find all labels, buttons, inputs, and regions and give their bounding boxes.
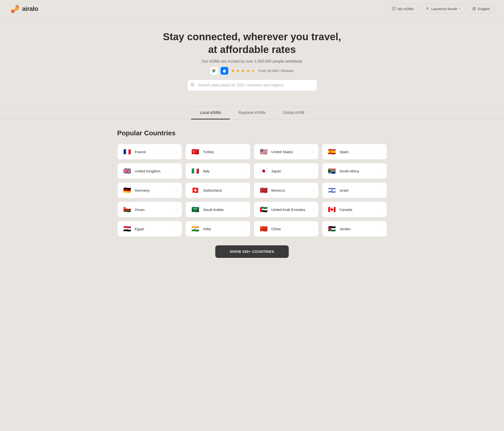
user-chevron-icon: ▾: [459, 7, 460, 10]
country-flag: 🇮🇱: [327, 187, 337, 194]
country-name: Spain: [340, 150, 349, 154]
hero-headline: Stay connected, wherever you travel, at …: [5, 31, 499, 56]
country-flag: 🇩🇪: [122, 187, 132, 194]
country-flag: 🇪🇸: [327, 148, 337, 155]
country-name: Japan: [271, 169, 281, 173]
hero-section: Stay connected, wherever you travel, at …: [0, 18, 504, 107]
country-card[interactable]: 🇺🇸 United States ›: [254, 144, 319, 160]
country-chevron-icon: ›: [176, 189, 177, 192]
country-card[interactable]: 🇮🇹 Italy ›: [185, 163, 251, 179]
country-left: 🇨🇦 Canada: [327, 206, 352, 213]
google-play-icon: [212, 68, 217, 73]
language-button[interactable]: English: [468, 4, 494, 13]
country-card[interactable]: 🇹🇷 Turkey ›: [185, 144, 251, 160]
country-chevron-icon: ›: [244, 208, 245, 211]
country-flag: 🇮🇹: [190, 168, 200, 174]
user-menu-button[interactable]: Laurence Norah ▾: [421, 4, 465, 13]
rating-stars: ★ ★ ★ ★ ★: [231, 68, 255, 74]
country-card[interactable]: 🇮🇳 India ›: [185, 221, 251, 237]
country-card[interactable]: 🇪🇬 Egypt ›: [117, 221, 182, 237]
country-name: Turkey: [203, 150, 214, 154]
country-left: 🇿🇦 South Africa: [327, 168, 359, 174]
country-left: 🇪🇸 Spain: [327, 148, 349, 155]
country-chevron-icon: ›: [381, 227, 382, 231]
country-left: 🇩🇪 Germany: [122, 187, 150, 194]
country-card[interactable]: 🇫🇷 France ›: [117, 144, 182, 160]
country-flag: 🇨🇦: [327, 206, 337, 213]
language-label: English: [478, 7, 490, 11]
country-left: 🇺🇸 United States: [259, 148, 293, 155]
country-chevron-icon: ›: [176, 208, 177, 211]
country-card[interactable]: 🇴🇲 Oman ›: [117, 202, 182, 217]
country-card[interactable]: 🇨🇭 Switzerland ›: [185, 182, 251, 198]
store-badges-row: ★ ★ ★ ★ ★ From 30,000+ Reviews: [5, 67, 499, 75]
country-card[interactable]: 🇨🇳 China ›: [254, 221, 319, 237]
search-wrapper: [187, 80, 317, 91]
country-card[interactable]: 🇮🇱 Israel ›: [322, 182, 387, 198]
country-chevron-icon: ›: [313, 169, 314, 173]
star-2: ★: [236, 68, 240, 74]
globe-icon: [472, 7, 476, 11]
hero-subtext: Our eSIMs are trusted by over 1,000,000 …: [5, 59, 499, 63]
country-name: Switzerland: [203, 188, 222, 192]
country-chevron-icon: ›: [176, 227, 177, 231]
tab-local-esims[interactable]: Local eSIMs: [191, 107, 230, 119]
country-grid: 🇫🇷 France › 🇹🇷 Turkey › 🇺🇸 United States…: [117, 144, 387, 237]
country-card[interactable]: 🇩🇪 Germany ›: [117, 182, 182, 198]
app-store-badge[interactable]: [221, 67, 228, 75]
country-left: 🇸🇦 Saudi Arabia: [190, 206, 224, 213]
country-left: 🇨🇳 China: [259, 225, 281, 232]
country-name: Jordan: [340, 227, 351, 231]
country-card[interactable]: 🇲🇦 Morocco ›: [254, 182, 319, 198]
star-1: ★: [231, 68, 235, 74]
country-name: United States: [271, 150, 293, 154]
country-flag: 🇦🇪: [259, 206, 269, 213]
logo[interactable]: airalo: [10, 3, 38, 14]
country-flag: 🇴🇲: [122, 206, 132, 213]
country-flag: 🇹🇷: [190, 148, 200, 155]
country-flag: 🇿🇦: [327, 168, 337, 174]
country-left: 🇮🇳 India: [190, 225, 211, 232]
search-input[interactable]: [187, 80, 317, 91]
user-label: Laurence Norah: [431, 7, 457, 11]
country-card[interactable]: 🇯🇵 Japan ›: [254, 163, 319, 179]
country-left: 🇴🇲 Oman: [122, 206, 145, 213]
country-name: Germany: [135, 188, 150, 192]
country-name: Egypt: [135, 227, 144, 231]
country-flag: 🇲🇦: [259, 187, 269, 194]
country-left: 🇯🇴 Jordan: [327, 225, 351, 232]
country-card[interactable]: 🇪🇸 Spain ›: [322, 144, 387, 160]
country-chevron-icon: ›: [313, 150, 314, 154]
logo-text: airalo: [22, 5, 38, 12]
user-icon: [425, 7, 430, 11]
country-card[interactable]: 🇸🇦 Saudi Arabia ›: [185, 202, 251, 217]
show-more-button[interactable]: SHOW 200+ COUNTRIES: [215, 245, 288, 258]
country-chevron-icon: ›: [176, 169, 177, 173]
tab-regional-esims[interactable]: Regional eSIMs: [230, 107, 274, 119]
country-card[interactable]: 🇬🇧 United Kingdom ›: [117, 163, 182, 179]
google-play-badge[interactable]: [210, 67, 218, 75]
country-flag: 🇸🇦: [190, 206, 200, 213]
country-card[interactable]: 🇨🇦 Canada ›: [322, 202, 387, 217]
header-nav: My eSIMs Laurence Norah ▾ English: [387, 4, 494, 13]
country-chevron-icon: ›: [313, 189, 314, 192]
tab-global-esim[interactable]: Global eSIM: [274, 107, 313, 119]
show-more-label: SHOW 200+ COUNTRIES: [230, 250, 274, 253]
country-flag: 🇯🇴: [327, 225, 337, 232]
country-card[interactable]: 🇦🇪 United Arab Emirates ›: [254, 202, 319, 217]
country-chevron-icon: ›: [381, 150, 382, 154]
country-card[interactable]: 🇯🇴 Jordan ›: [322, 221, 387, 237]
popular-countries-title: Popular Countries: [117, 129, 387, 137]
country-left: 🇹🇷 Turkey: [190, 148, 214, 155]
country-name: United Kingdom: [135, 169, 161, 173]
my-esims-button[interactable]: My eSIMs: [387, 4, 419, 13]
country-chevron-icon: ›: [244, 227, 245, 231]
country-flag: 🇫🇷: [122, 148, 132, 155]
country-left: 🇦🇪 United Arab Emirates: [259, 206, 306, 213]
country-chevron-icon: ›: [244, 169, 245, 173]
country-card[interactable]: 🇿🇦 South Africa ›: [322, 163, 387, 179]
country-left: 🇪🇬 Egypt: [122, 225, 144, 232]
esim-icon: [392, 7, 396, 11]
show-more-wrapper: SHOW 200+ COUNTRIES: [117, 245, 387, 258]
logo-icon: [10, 3, 20, 14]
